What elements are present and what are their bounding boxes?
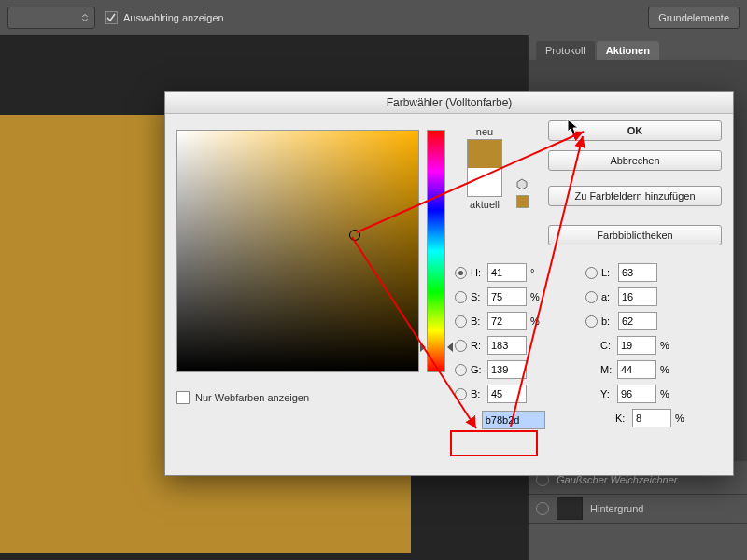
tab-protokoll[interactable]: Protokoll [536, 41, 595, 60]
input-hex[interactable] [482, 411, 545, 429]
grundelemente-label: Grundelemente [658, 12, 729, 23]
radio-l[interactable] [585, 267, 598, 279]
hex-row: # [470, 411, 600, 429]
input-b[interactable] [618, 312, 657, 330]
unit-pct: % [675, 413, 688, 424]
visibility-icon[interactable] [536, 502, 549, 515]
web-colors-checkbox[interactable]: Nur Webfarben anzeigen [176, 391, 309, 404]
lbl-k: K: [615, 413, 632, 424]
tab-aktionen[interactable]: Aktionen [597, 41, 659, 60]
radio-g[interactable] [455, 364, 467, 376]
radio-a[interactable] [585, 291, 598, 303]
unit-pct: % [660, 364, 673, 375]
unit-pct: % [660, 340, 673, 351]
checkbox-icon [176, 391, 190, 404]
add-to-swatches-button[interactable]: Zu Farbfeldern hinzufügen [548, 186, 722, 206]
saturation-brightness-field[interactable] [176, 130, 419, 372]
app-toolbar: Auswahlring anzeigen Grundelemente [0, 0, 747, 36]
hue-slider-handle-icon[interactable] [447, 343, 453, 352]
color-swatch [467, 139, 502, 197]
layer-thumbnail [557, 497, 583, 520]
color-value-fields: H:° L: S:% a: B:% b: R: C:% G: M:% B: Y:… [455, 260, 726, 430]
input-l[interactable] [618, 263, 657, 282]
lbl-c: C: [600, 340, 617, 351]
color-libraries-button[interactable]: Farbbibliotheken [548, 225, 722, 245]
hue-slider-handle-icon[interactable] [420, 343, 426, 352]
unit-pct: % [530, 315, 543, 327]
lbl-bc: B: [471, 388, 487, 399]
cancel-button[interactable]: Abbrechen [548, 150, 722, 171]
input-y[interactable] [617, 385, 656, 403]
lbl-bv: B: [471, 315, 487, 327]
web-colors-label: Nur Webfarben anzeigen [195, 392, 309, 403]
label-new: neu [457, 126, 513, 137]
color-picker-dialog: Farbwähler (Volltonfarbe) neu aktuell OK… [164, 91, 734, 476]
input-a[interactable] [618, 287, 657, 306]
workspace: Protokoll Aktionen Gaußscher Weichzeichn… [0, 35, 747, 560]
toolbar-dropdown[interactable] [7, 7, 95, 29]
input-bc[interactable] [487, 385, 527, 403]
radio-s[interactable] [455, 291, 467, 303]
checkbox-icon [105, 11, 118, 24]
input-r[interactable] [487, 336, 527, 355]
ok-button[interactable]: OK [548, 120, 722, 141]
grundelemente-button[interactable]: Grundelemente [648, 7, 740, 29]
lbl-m: M: [600, 364, 617, 375]
lbl-a: a: [601, 291, 618, 302]
label-current: aktuell [457, 199, 513, 210]
layer-row-bg[interactable]: Hintergrund [529, 495, 747, 524]
input-m[interactable] [617, 360, 656, 379]
unit-deg: ° [530, 267, 543, 278]
swatch-current [468, 168, 501, 196]
panel-tabs: Protokoll Aktionen [529, 35, 747, 60]
input-bv[interactable] [487, 312, 527, 330]
radio-h[interactable] [455, 267, 467, 279]
input-k[interactable] [632, 409, 671, 427]
swatch-new [468, 140, 501, 168]
unit-pct: % [530, 291, 543, 302]
swatch-column: neu aktuell [457, 126, 513, 210]
lbl-s: S: [471, 291, 487, 302]
layer-label: Hintergrund [590, 503, 643, 514]
lbl-r: R: [471, 340, 487, 351]
lbl-b: b: [601, 315, 618, 327]
input-g[interactable] [487, 360, 527, 379]
toolbar-checkbox[interactable]: Auswahlring anzeigen [105, 11, 224, 24]
lbl-l: L: [601, 267, 618, 278]
radio-bv[interactable] [455, 315, 467, 328]
hash-icon: # [470, 413, 476, 427]
closest-color-swatch[interactable] [516, 195, 529, 208]
gamut-warning-icon[interactable] [516, 178, 528, 189]
radio-b[interactable] [585, 315, 598, 328]
lbl-h: H: [471, 267, 487, 278]
lbl-y: Y: [600, 388, 617, 399]
annotation-hex-highlight [450, 430, 538, 456]
lbl-g: G: [471, 364, 487, 375]
chevron-updown-icon [81, 14, 89, 21]
input-h[interactable] [487, 263, 527, 282]
picker-cursor-icon [349, 230, 360, 241]
hue-slider[interactable] [427, 130, 445, 372]
radio-r[interactable] [455, 340, 467, 352]
unit-pct: % [660, 388, 673, 399]
radio-bc[interactable] [455, 388, 467, 400]
dialog-title: Farbwähler (Volltonfarbe) [165, 92, 733, 114]
toolbar-checkbox-label: Auswahlring anzeigen [123, 12, 224, 23]
input-s[interactable] [487, 287, 527, 306]
input-c[interactable] [617, 336, 656, 355]
